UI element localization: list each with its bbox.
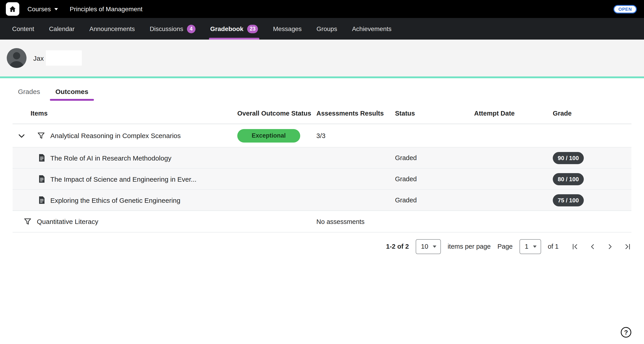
nav-label: Groups (316, 25, 337, 32)
last-page-button[interactable] (623, 242, 632, 250)
user-name: Jax (33, 54, 44, 62)
assessment-title: The Role of AI in Research Methodology (50, 154, 172, 162)
svg-text:?: ? (624, 329, 628, 336)
col-header-items: Items (12, 110, 237, 117)
assessment-row: The Role of AI in Research Methodology G… (12, 148, 632, 169)
assessment-row: The Impact of Science and Engineering in… (12, 169, 632, 190)
chevron-down-icon (54, 8, 58, 10)
nav-item-calendar[interactable]: Calendar (49, 18, 74, 40)
tab-grades[interactable]: Grades (18, 88, 40, 101)
gradebook-count-badge: 23 (247, 25, 258, 33)
help-icon: ? (620, 326, 632, 338)
outcome-icon (23, 217, 32, 226)
overall-status-badge: Exceptional (237, 129, 300, 142)
redacted-name (46, 50, 82, 66)
nav-item-groups[interactable]: Groups (316, 18, 337, 40)
nav-item-announcements[interactable]: Announcements (90, 18, 135, 40)
avatar (7, 48, 26, 68)
col-header-grade: Grade (553, 110, 632, 117)
nav-label: Announcements (90, 25, 135, 32)
nav-label: Calendar (49, 25, 74, 32)
nav-item-content[interactable]: Content (12, 18, 34, 40)
help-button[interactable]: ? (620, 326, 632, 338)
nav-item-gradebook[interactable]: Gradebook 23 (210, 18, 258, 40)
discussions-count-badge: 4 (187, 25, 196, 33)
chevron-left-icon (588, 243, 596, 250)
outcome-row: Quantitative Literacy No assessments (12, 211, 632, 232)
assessment-row: Exploring the Ethics of Genetic Engineer… (12, 190, 632, 211)
assessment-status: Graded (395, 175, 474, 183)
document-icon (38, 196, 46, 204)
tab-outcomes[interactable]: Outcomes (55, 88, 88, 101)
nav-label: Content (12, 25, 34, 32)
assessment-status: Graded (395, 196, 474, 204)
collapse-row-button[interactable] (16, 130, 27, 141)
outcome-icon (37, 131, 46, 140)
pager-controls (571, 242, 632, 250)
page-of-label: of 1 (548, 243, 558, 250)
assessment-title: The Impact of Science and Engineering in… (50, 175, 196, 183)
first-page-icon (571, 243, 578, 250)
last-page-icon (624, 243, 631, 250)
col-header-status: Status (395, 110, 474, 117)
gradebook-tabs: Grades Outcomes (0, 78, 644, 101)
outcome-row: Analytical Reasoning in Complex Scenario… (12, 124, 632, 148)
nav-label: Messages (273, 25, 302, 32)
assessments-results: 3/3 (316, 132, 395, 139)
nav-item-messages[interactable]: Messages (273, 18, 302, 40)
courses-menu[interactable]: Courses (28, 6, 58, 13)
course-title: Principles of Management (70, 6, 142, 13)
home-button[interactable] (6, 2, 19, 16)
nav-item-achievements[interactable]: Achievements (352, 18, 392, 40)
col-header-assessments-results: Assessments Results (316, 110, 395, 117)
page-label: Page (498, 243, 513, 250)
assessment-status: Graded (395, 154, 474, 161)
document-icon (38, 175, 46, 183)
assessment-title: Exploring the Ethics of Genetic Engineer… (50, 196, 180, 204)
outcomes-table: Items Overall Outcome Status Assessments… (12, 103, 632, 260)
pagination-bar: 1-2 of 2 10 items per page Page 1 of 1 (12, 232, 632, 260)
next-page-button[interactable] (606, 242, 614, 250)
page-number-select[interactable]: 1 (519, 239, 541, 254)
result-range: 1-2 of 2 (386, 243, 409, 250)
previous-page-button[interactable] (588, 242, 596, 250)
nav-label: Gradebook (210, 25, 244, 32)
nav-label: Achievements (352, 25, 392, 32)
first-page-button[interactable] (571, 242, 579, 250)
items-per-page-value: 10 (416, 243, 432, 250)
page-number-value: 1 (520, 243, 532, 250)
nav-item-discussions[interactable]: Discussions 4 (150, 18, 195, 40)
person-icon (7, 48, 26, 68)
grade-badge: 80 / 100 (553, 173, 584, 185)
page: Courses Principles of Management OPEN Co… (0, 0, 644, 344)
grade-badge: 90 / 100 (553, 152, 584, 164)
outcome-title: Quantitative Literacy (37, 218, 98, 225)
chevron-down-icon (17, 131, 26, 141)
chevron-down-icon (533, 245, 536, 248)
nav-label: Discussions (150, 25, 183, 32)
chevron-right-icon (606, 243, 614, 250)
items-per-page-label: items per page (448, 243, 491, 250)
document-icon (38, 154, 46, 162)
col-header-overall-status: Overall Outcome Status (237, 110, 316, 117)
courses-label: Courses (28, 6, 51, 13)
col-header-attempt-date: Attempt Date (474, 110, 553, 117)
open-status-badge: OPEN (614, 5, 637, 13)
grade-badge: 75 / 100 (553, 194, 584, 206)
course-nav: Content Calendar Announcements Discussio… (0, 18, 644, 40)
table-header-row: Items Overall Outcome Status Assessments… (12, 103, 632, 124)
items-per-page-select[interactable]: 10 (416, 239, 441, 254)
home-icon (8, 5, 17, 13)
top-bar: Courses Principles of Management OPEN (0, 0, 644, 18)
outcome-title: Analytical Reasoning in Complex Scenario… (50, 132, 181, 139)
accent-divider (0, 77, 644, 78)
user-banner: Jax (0, 40, 644, 77)
chevron-down-icon (433, 245, 436, 248)
assessments-results: No assessments (316, 218, 395, 225)
